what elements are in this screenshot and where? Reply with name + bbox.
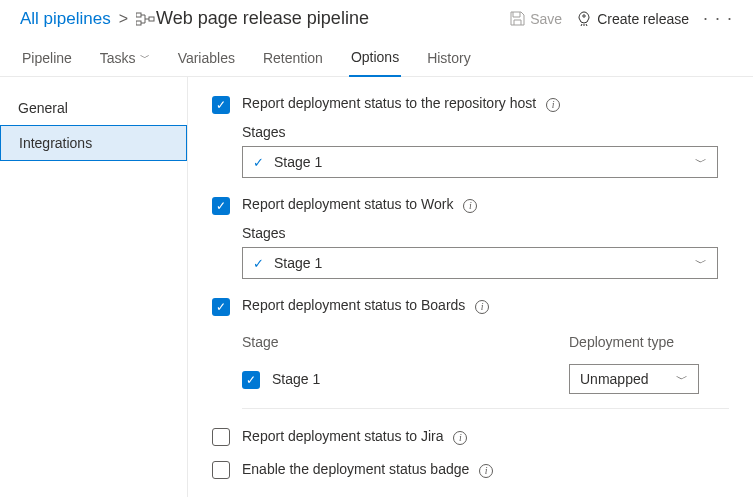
chevron-down-icon: ﹀	[140, 51, 150, 65]
info-icon[interactable]: i	[546, 98, 560, 112]
check-icon: ✓	[246, 374, 256, 386]
option-jira-label: Report deployment status to Jira	[242, 428, 444, 444]
svg-rect-0	[136, 13, 141, 17]
work-stages-block: Stages ✓ Stage 1 ﹀	[242, 225, 729, 279]
option-work-label: Report deployment status to Work	[242, 196, 453, 212]
deployment-type-value: Unmapped	[580, 371, 649, 387]
checkbox-badge[interactable]	[212, 461, 230, 479]
save-button: Save	[510, 11, 562, 27]
info-icon[interactable]: i	[475, 300, 489, 314]
create-release-label: Create release	[597, 11, 689, 27]
option-work: ✓ Report deployment status to Work i	[212, 196, 729, 215]
tab-variables[interactable]: Variables	[176, 43, 237, 76]
check-icon: ✓	[216, 301, 226, 313]
check-icon: ✓	[253, 155, 264, 170]
tab-tasks-label: Tasks	[100, 50, 136, 66]
boards-row-stage-label: Stage 1	[272, 371, 320, 387]
save-label: Save	[530, 11, 562, 27]
svg-point-3	[583, 14, 585, 16]
repo-stages-dropdown[interactable]: ✓ Stage 1 ﹀	[242, 146, 718, 178]
save-icon	[510, 11, 525, 26]
breadcrumb-separator: >	[119, 10, 128, 28]
pipeline-icon	[136, 11, 156, 27]
option-repo-host: ✓ Report deployment status to the reposi…	[212, 95, 729, 114]
option-boards-label: Report deployment status to Boards	[242, 297, 465, 313]
checkbox-repo-host[interactable]: ✓	[212, 96, 230, 114]
col-stage: Stage	[242, 326, 569, 358]
content-area: General Integrations ✓ Report deployment…	[0, 77, 753, 497]
option-badge: Enable the deployment status badge i	[212, 460, 729, 479]
side-nav: General Integrations	[0, 77, 188, 497]
tab-retention[interactable]: Retention	[261, 43, 325, 76]
tab-bar: Pipeline Tasks ﹀ Variables Retention Opt…	[0, 35, 753, 77]
option-badge-label: Enable the deployment status badge	[242, 461, 469, 477]
option-repo-host-label: Report deployment status to the reposito…	[242, 95, 536, 111]
tab-pipeline[interactable]: Pipeline	[20, 43, 74, 76]
main-panel: ✓ Report deployment status to the reposi…	[188, 77, 753, 497]
work-stages-label: Stages	[242, 225, 729, 241]
svg-rect-2	[149, 17, 154, 21]
info-icon[interactable]: i	[479, 464, 493, 478]
chevron-down-icon: ﹀	[695, 255, 707, 272]
checkbox-work[interactable]: ✓	[212, 197, 230, 215]
work-stages-dropdown[interactable]: ✓ Stage 1 ﹀	[242, 247, 718, 279]
repo-stages-label: Stages	[242, 124, 729, 140]
tab-tasks[interactable]: Tasks ﹀	[98, 43, 152, 76]
chevron-down-icon: ﹀	[676, 371, 688, 388]
check-icon: ✓	[253, 256, 264, 271]
tab-history[interactable]: History	[425, 43, 473, 76]
check-icon: ✓	[216, 99, 226, 111]
sidebar-item-integrations[interactable]: Integrations	[0, 125, 187, 161]
more-actions-button[interactable]: · · ·	[703, 8, 733, 29]
work-stage-value: Stage 1	[274, 255, 322, 271]
checkbox-boards[interactable]: ✓	[212, 298, 230, 316]
checkbox-jira[interactable]	[212, 428, 230, 446]
tab-options[interactable]: Options	[349, 43, 401, 77]
repo-stage-value: Stage 1	[274, 154, 322, 170]
rocket-icon	[576, 11, 592, 27]
info-icon[interactable]: i	[453, 431, 467, 445]
boards-table: Stage Deployment type ✓ Stage 1 Unmapped…	[242, 326, 729, 409]
info-icon[interactable]: i	[463, 199, 477, 213]
col-deployment-type: Deployment type	[569, 326, 729, 358]
boards-table-row: ✓ Stage 1 Unmapped ﹀	[242, 358, 729, 409]
svg-rect-1	[136, 21, 141, 25]
top-actions: Save Create release · · ·	[510, 8, 733, 29]
deployment-type-select[interactable]: Unmapped ﹀	[569, 364, 699, 394]
option-jira: Report deployment status to Jira i	[212, 427, 729, 446]
breadcrumb-root[interactable]: All pipelines	[20, 9, 111, 29]
chevron-down-icon: ﹀	[695, 154, 707, 171]
page-title: Web page release pipeline	[156, 8, 369, 29]
check-icon: ✓	[216, 200, 226, 212]
repo-stages-block: Stages ✓ Stage 1 ﹀	[242, 124, 729, 178]
top-bar: All pipelines > Web page release pipelin…	[0, 0, 753, 35]
create-release-button[interactable]: Create release	[576, 11, 689, 27]
boards-row-deploy-cell: Unmapped ﹀	[569, 364, 729, 394]
boards-row-stage-cell: ✓ Stage 1	[242, 370, 569, 389]
sidebar-item-general[interactable]: General	[0, 91, 187, 125]
checkbox-boards-stage1[interactable]: ✓	[242, 371, 260, 389]
boards-table-head: Stage Deployment type	[242, 326, 729, 358]
option-boards: ✓ Report deployment status to Boards i	[212, 297, 729, 316]
